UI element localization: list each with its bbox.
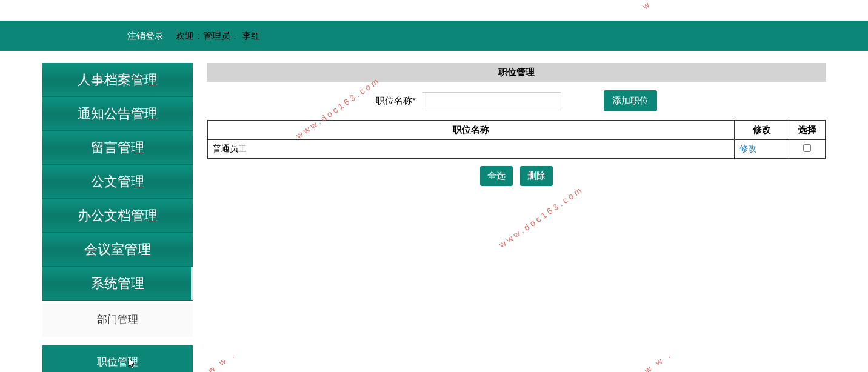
sidebar-item-notice[interactable]: 通知公告管理 xyxy=(42,97,193,131)
sidebar-item-meeting[interactable]: 会议室管理 xyxy=(42,233,193,267)
edit-link[interactable]: 修改 xyxy=(739,144,756,153)
sidebar: 人事档案管理 通知公告管理 留言管理 公文管理 办公文档管理 会议室管理 系统管… xyxy=(42,63,193,372)
sidebar-item-document[interactable]: 公文管理 xyxy=(42,165,193,199)
welcome-text: 欢迎：管理员： 李红 xyxy=(176,30,260,42)
sidebar-item-system[interactable]: 系统管理 xyxy=(42,267,193,301)
delete-button[interactable]: 删除 xyxy=(520,166,553,186)
position-name-label: 职位名称* xyxy=(376,95,416,107)
top-bar: 注销登录 欢迎：管理员： 李红 xyxy=(0,21,868,51)
action-row: 全选 删除 xyxy=(207,159,826,193)
th-name: 职位名称 xyxy=(208,121,735,140)
select-all-button[interactable]: 全选 xyxy=(480,166,513,186)
sidebar-sub-department[interactable]: 部门管理 xyxy=(42,303,193,337)
th-edit: 修改 xyxy=(735,121,789,140)
panel-title: 职位管理 xyxy=(207,63,826,82)
sidebar-item-personnel[interactable]: 人事档案管理 xyxy=(42,63,193,97)
cell-edit: 修改 xyxy=(735,140,789,159)
sidebar-sub-position[interactable]: 职位管理 xyxy=(42,345,193,372)
cell-name: 普通员工 xyxy=(208,140,735,159)
th-select: 选择 xyxy=(789,121,826,140)
main-content: 职位管理 职位名称* 添加职位 职位名称 修改 选择 普通员工 修改 xyxy=(207,63,826,372)
sidebar-item-office-doc[interactable]: 办公文档管理 xyxy=(42,199,193,233)
add-form: 职位名称* 添加职位 xyxy=(207,82,826,120)
cell-select xyxy=(789,140,826,159)
position-name-input[interactable] xyxy=(422,92,561,110)
add-position-button[interactable]: 添加职位 xyxy=(604,90,657,111)
row-checkbox[interactable] xyxy=(803,144,811,152)
watermark: w xyxy=(641,0,653,12)
sidebar-item-message[interactable]: 留言管理 xyxy=(42,131,193,165)
logout-link[interactable]: 注销登录 xyxy=(127,30,164,42)
position-table: 职位名称 修改 选择 普通员工 修改 xyxy=(207,120,826,159)
table-row: 普通员工 修改 xyxy=(208,140,826,159)
